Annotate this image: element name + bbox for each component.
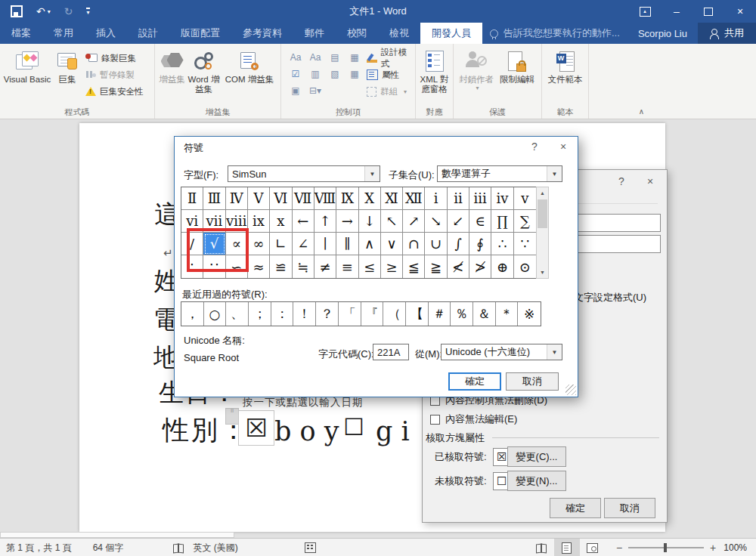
building-block-gallery-control-icon[interactable]: ▦ xyxy=(345,50,364,65)
symbol-cell[interactable]: ≧ xyxy=(425,255,447,278)
zoom-slider[interactable] xyxy=(628,547,704,548)
symbol-cell[interactable]: Ⅱ xyxy=(181,187,203,210)
unchecked-checkbox-glyph[interactable]: ☐ xyxy=(343,413,364,440)
symbol-cell[interactable]: ⅰ xyxy=(425,187,447,210)
dropdown-list-content-control-icon[interactable]: ▧ xyxy=(326,66,344,82)
symbol-cell[interactable]: ≌ xyxy=(270,255,292,278)
tab-design[interactable]: 設計 xyxy=(127,23,169,44)
symbol-cell[interactable]: ≥ xyxy=(381,255,403,278)
macro-security-button[interactable]: 巨集安全性 xyxy=(85,85,144,98)
symbol-cell[interactable]: ∈ xyxy=(469,210,491,233)
recent-symbol-cell[interactable]: ※ xyxy=(518,302,541,326)
read-mode-button[interactable] xyxy=(528,539,554,556)
tab-review[interactable]: 校閱 xyxy=(336,23,378,44)
symbol-cell[interactable]: ∑ xyxy=(514,210,536,233)
collapse-ribbon-button[interactable]: ∧ xyxy=(639,107,644,116)
web-layout-button[interactable] xyxy=(580,539,606,556)
symbol-cell[interactable]: ≡ xyxy=(336,255,358,278)
symbol-cell[interactable]: ⅸ xyxy=(248,210,270,233)
symbol-cell[interactable]: ⊕ xyxy=(491,255,513,278)
addins-button[interactable]: 增益集 xyxy=(157,45,187,107)
symbol-cell[interactable]: ∟ xyxy=(270,233,292,255)
tab-layout[interactable]: 版面配置 xyxy=(169,23,231,44)
cancel-button[interactable]: 取消 xyxy=(604,498,655,518)
symbol-cell[interactable]: ∥ xyxy=(336,233,358,255)
tab-view[interactable]: 檢視 xyxy=(378,23,420,44)
recent-symbol-cell[interactable]: 「 xyxy=(339,302,361,326)
design-mode-button[interactable]: 設計模式 xyxy=(367,51,413,65)
page-info[interactable]: 第 1 頁，共 1 頁 xyxy=(6,542,72,554)
combo-box-content-control-icon[interactable]: ▥ xyxy=(306,66,324,82)
symbol-cell[interactable]: → xyxy=(336,210,358,233)
help-button[interactable]: ? xyxy=(609,173,634,190)
symbol-cell[interactable]: ∣ xyxy=(314,233,336,255)
ok-button[interactable]: 確定 xyxy=(448,372,501,391)
com-addins-button[interactable]: COM 增益集 xyxy=(221,45,278,107)
symbol-cell[interactable]: ↑ xyxy=(314,210,336,233)
symbol-cell[interactable]: Ⅵ xyxy=(270,187,292,210)
plain-text-content-control-icon[interactable]: Aa xyxy=(306,50,324,65)
symbol-cell[interactable]: ↗ xyxy=(403,210,425,233)
symbol-cell[interactable]: ⅹ xyxy=(270,210,292,233)
symbol-cell[interactable]: ≒ xyxy=(293,255,314,278)
change-checked-button[interactable]: 變更(C)... xyxy=(507,446,566,467)
symbol-cell[interactable]: ∴ xyxy=(491,233,513,255)
scroll-up-icon[interactable]: ▲ xyxy=(537,187,548,199)
share-button[interactable]: 共用 xyxy=(698,23,756,44)
user-name[interactable]: Scorpio Liu xyxy=(638,23,687,44)
character-code-input[interactable]: 221A xyxy=(373,344,409,360)
help-button[interactable]: ? xyxy=(520,137,549,156)
group-button[interactable]: 群組▾ xyxy=(367,85,413,98)
xml-mapping-pane-button[interactable]: XML 對應窗格 xyxy=(418,45,451,107)
symbol-cell[interactable]: ⅲ xyxy=(469,187,491,210)
scrollbar-thumb[interactable] xyxy=(538,199,547,228)
symbol-cell[interactable]: Ⅸ xyxy=(336,187,358,210)
horizontal-scrollbar[interactable] xyxy=(0,532,234,538)
symbol-cell[interactable]: Ⅲ xyxy=(203,187,225,210)
recent-symbol-cell[interactable]: 【 xyxy=(406,302,429,326)
symbol-cell[interactable]: ∨ xyxy=(381,233,403,255)
content-control-handle[interactable]: ⠿ xyxy=(225,408,239,425)
recent-symbol-cell[interactable]: ＃ xyxy=(429,302,451,326)
symbol-cell[interactable]: ∮ xyxy=(469,233,491,255)
repeating-section-content-control-icon[interactable]: ▣ xyxy=(287,83,305,98)
tell-me-box[interactable]: 告訴我您想要執行的動作... xyxy=(490,23,620,44)
resize-grip[interactable] xyxy=(565,385,576,395)
symbol-cell[interactable]: ∏ xyxy=(491,210,513,233)
record-macro-button[interactable]: 錄製巨集 xyxy=(85,51,144,65)
tab-developer[interactable]: 開發人員 xyxy=(420,23,482,44)
recent-symbol-cell[interactable]: ， xyxy=(181,302,204,326)
symbol-cell[interactable]: ∠ xyxy=(293,233,314,255)
visual-basic-button[interactable]: Visual Basic xyxy=(2,45,52,107)
word-count[interactable]: 64 個字 xyxy=(93,542,124,554)
recent-symbol-cell[interactable]: ＊ xyxy=(496,302,519,326)
symbol-cell[interactable]: ← xyxy=(293,210,314,233)
macro-recording-icon[interactable] xyxy=(305,542,316,553)
zoom-level[interactable]: 100% xyxy=(723,542,747,553)
symbol-cell[interactable]: ⅳ xyxy=(491,187,513,210)
restrict-editing-button[interactable]: 限制編輯 xyxy=(497,45,538,107)
symbol-cell[interactable]: ⊙ xyxy=(514,255,536,278)
maximize-button[interactable] xyxy=(692,0,724,23)
symbol-cell[interactable]: ∞ xyxy=(248,233,270,255)
recent-symbol-cell[interactable]: 、 xyxy=(226,302,249,326)
recent-symbol-cell[interactable]: 『 xyxy=(361,302,384,326)
symbol-cell[interactable]: Ⅻ xyxy=(403,187,425,210)
tab-home[interactable]: 常用 xyxy=(42,23,85,44)
tab-file[interactable]: 檔案 xyxy=(0,23,42,44)
recent-symbol-cell[interactable]: ？ xyxy=(316,302,339,326)
subset-dropdown[interactable]: 數學運算子 ▼ xyxy=(437,165,562,182)
scroll-down-icon[interactable]: ▼ xyxy=(537,267,548,278)
recent-symbol-cell[interactable]: ； xyxy=(249,302,271,326)
date-picker-content-control-icon[interactable]: ▦ xyxy=(345,66,364,82)
legacy-tools-icon[interactable]: ⊟▾ xyxy=(306,83,324,98)
symbol-cell[interactable]: ↙ xyxy=(448,210,469,233)
symbol-cell[interactable]: ↘ xyxy=(425,210,447,233)
picture-content-control-icon[interactable]: ▤ xyxy=(326,50,344,65)
symbol-cell[interactable]: ≦ xyxy=(403,255,425,278)
symbol-cell[interactable]: ⅴ xyxy=(514,187,536,210)
zoom-slider-thumb[interactable] xyxy=(664,543,667,552)
symbol-cell[interactable]: Ⅺ xyxy=(381,187,403,210)
recent-symbol-cell[interactable]: （ xyxy=(383,302,406,326)
symbol-cell[interactable]: Ⅹ xyxy=(359,187,381,210)
